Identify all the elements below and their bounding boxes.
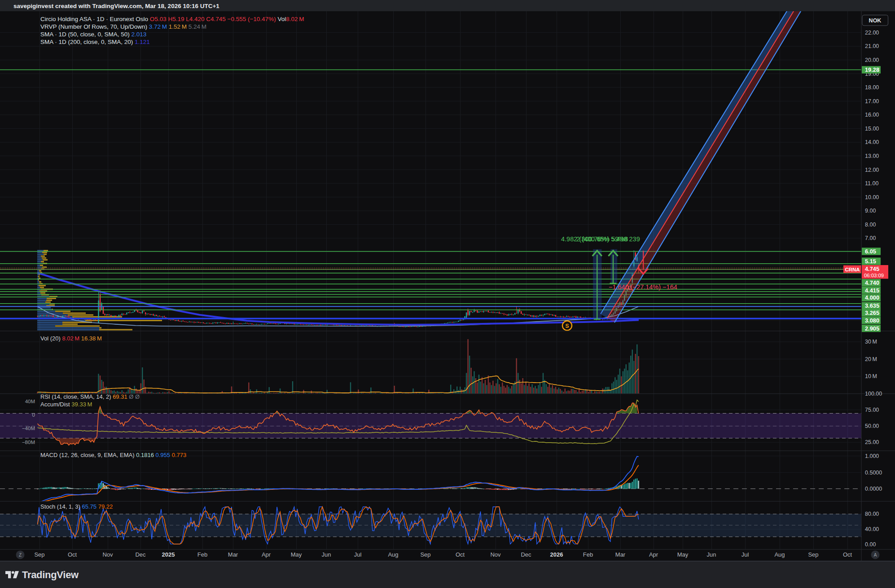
svg-text:40.00: 40.00 (865, 526, 879, 532)
svg-text:Sep: Sep (34, 551, 44, 558)
svg-text:NOK: NOK (869, 17, 882, 24)
svg-text:Feb: Feb (583, 551, 593, 558)
svg-text:100.00: 100.00 (865, 391, 882, 397)
svg-text:0.5000: 0.5000 (865, 470, 882, 476)
svg-text:9.00: 9.00 (865, 208, 876, 214)
svg-text:5.15: 5.15 (865, 258, 876, 265)
svg-text:−80M: −80M (22, 440, 35, 445)
svg-text:RSI (14, close, SMA, 14, 2) 69: RSI (14, close, SMA, 14, 2) 69.31 Ø Ø (40, 393, 140, 400)
svg-text:20.00: 20.00 (865, 57, 879, 63)
svg-text:14.00: 14.00 (865, 139, 879, 145)
svg-text:2026: 2026 (550, 551, 563, 558)
svg-text:savepiginvest created with Tra: savepiginvest created with TradingView.c… (13, 3, 219, 9)
svg-text:80.00: 80.00 (865, 511, 879, 517)
svg-text:20 M: 20 M (865, 356, 877, 362)
svg-text:1.000: 1.000 (865, 453, 879, 459)
svg-text:SMA · 1D (200, close, 0, SMA,: SMA · 1D (200, close, 0, SMA, 20) 1.121 (40, 39, 150, 45)
svg-text:Jul: Jul (354, 551, 362, 558)
svg-text:6.05: 6.05 (865, 248, 876, 255)
svg-text:Aug: Aug (388, 551, 398, 558)
svg-text:2.905: 2.905 (865, 325, 879, 332)
svg-text:19.28: 19.28 (865, 66, 879, 73)
svg-text:50.00: 50.00 (865, 423, 879, 429)
svg-text:Z: Z (19, 553, 22, 558)
svg-text:CRNA: CRNA (845, 267, 860, 272)
svg-text:Dec: Dec (135, 551, 146, 558)
svg-text:30 M: 30 M (865, 339, 877, 345)
svg-text:2 (400.65% 59%8: 2 (400.65% 59%8 (576, 235, 628, 243)
svg-text:A: A (874, 553, 877, 558)
svg-text:Apr: Apr (262, 551, 271, 558)
svg-text:SMA · 1D (50, close, 0, SMA, 5: SMA · 1D (50, close, 0, SMA, 50) 2.013 (40, 31, 146, 38)
svg-text:8.00: 8.00 (865, 222, 876, 228)
svg-text:Circio Holding ASA · 1D · Euro: Circio Holding ASA · 1D · Euronext Oslo … (40, 16, 304, 22)
svg-text:2025: 2025 (162, 551, 175, 558)
svg-text:21.00: 21.00 (865, 43, 879, 49)
svg-text:Jul: Jul (741, 551, 749, 558)
svg-text:4.745: 4.745 (865, 266, 879, 272)
svg-text:4.415: 4.415 (865, 287, 879, 294)
svg-text:Sep: Sep (808, 551, 818, 558)
svg-text:15.00: 15.00 (865, 126, 879, 132)
svg-text:Accum/Dist 39.33 M: Accum/Dist 39.33 M (40, 401, 92, 408)
svg-text:10 M: 10 M (865, 373, 877, 379)
svg-text:May: May (677, 551, 689, 558)
svg-text:18.00: 18.00 (865, 84, 879, 91)
svg-text:Jun: Jun (322, 551, 331, 558)
svg-text:May: May (291, 551, 302, 558)
svg-text:0,: 0, (628, 284, 633, 292)
svg-text:7.00: 7.00 (865, 235, 876, 241)
svg-text:12.00: 12.00 (865, 167, 879, 173)
svg-text:13.00: 13.00 (865, 153, 879, 159)
svg-text:Oct: Oct (843, 551, 852, 558)
svg-text:S: S (565, 323, 569, 329)
svg-text:40M: 40M (25, 399, 35, 404)
svg-text:Stoch (14, 1, 3) 65.75 79.22: Stoch (14, 1, 3) 65.75 79.22 (40, 503, 113, 510)
svg-text:Mar: Mar (228, 551, 238, 558)
svg-text:Vol (20) 8.02 M 16.38 M: Vol (20) 8.02 M 16.38 M (40, 335, 102, 342)
svg-text:Sep: Sep (420, 551, 430, 558)
svg-text:75.00: 75.00 (865, 407, 879, 413)
svg-text:VRVP (Number Of Rows, 70, Up/D: VRVP (Number Of Rows, 70, Up/Down) 3.72 … (40, 23, 206, 30)
svg-text:3.080: 3.080 (865, 317, 879, 324)
svg-text:−40M: −40M (22, 426, 35, 431)
svg-text:06:03:09: 06:03:09 (864, 273, 884, 278)
svg-text:Aug: Aug (774, 551, 785, 558)
svg-text:−1.640 (−27.14%) −164: −1.640 (−27.14%) −164 (609, 283, 677, 291)
svg-text:4.740: 4.740 (865, 279, 879, 286)
svg-text:Oct: Oct (456, 551, 465, 558)
svg-text:Feb: Feb (197, 551, 207, 558)
svg-text:Dec: Dec (521, 551, 531, 558)
svg-text:3.635: 3.635 (865, 302, 879, 309)
svg-text:Oct: Oct (68, 551, 77, 558)
svg-text:0.00: 0.00 (865, 541, 876, 548)
svg-text:TradingView: TradingView (22, 569, 79, 580)
svg-text:MACD (12, 26, close, 9, EMA, E: MACD (12, 26, close, 9, EMA, EMA) 0.1816… (40, 452, 186, 458)
svg-text:3.265: 3.265 (865, 309, 879, 316)
svg-text:10.00: 10.00 (865, 194, 879, 200)
svg-text:4.000: 4.000 (865, 294, 879, 301)
svg-text:Mar: Mar (615, 551, 626, 558)
svg-text:17.00: 17.00 (865, 98, 879, 105)
svg-text:Nov: Nov (490, 551, 501, 558)
svg-text:Nov: Nov (102, 551, 113, 558)
svg-text:Jun: Jun (707, 551, 716, 558)
svg-text:11.00: 11.00 (865, 180, 878, 187)
svg-text:25.00: 25.00 (865, 439, 879, 445)
svg-text:0: 0 (32, 412, 35, 418)
svg-text:0.0000: 0.0000 (865, 486, 882, 492)
svg-text:22.00: 22.00 (865, 30, 879, 36)
svg-text:16.00: 16.00 (865, 112, 879, 118)
svg-text:Apr: Apr (649, 551, 658, 558)
